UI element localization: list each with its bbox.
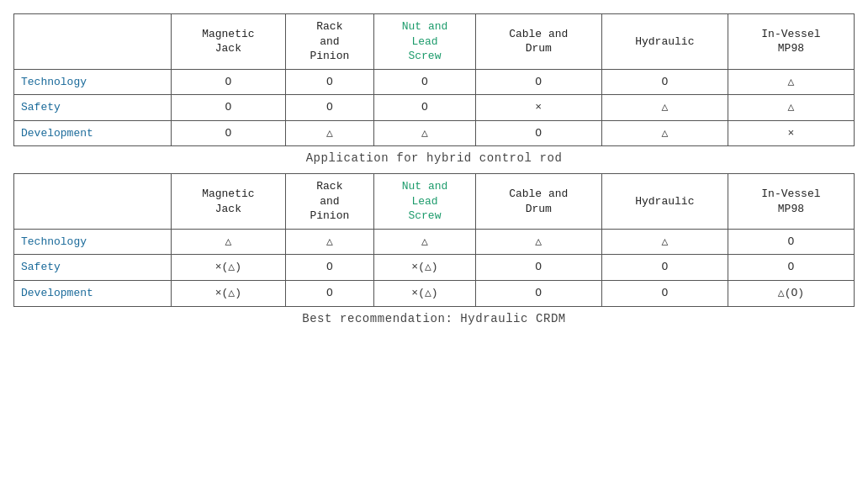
table1-safety-rack: O [285,95,374,121]
table2-col-magnetic-jack: MagneticJack [172,174,285,230]
table2-tech-rack: △ [285,229,374,255]
table2-dev-magnetic: ×(△) [172,281,285,307]
table-row: Technology O O O O O △ [14,69,855,95]
table-row: Safety ×(△) O ×(△) O O O [14,255,855,281]
table1-safety-hydraulic: △ [601,95,728,121]
table2-tech-magnetic: △ [172,229,285,255]
table2-dev-nut: ×(△) [374,281,476,307]
table1-col-magnetic-jack: MagneticJack [172,14,285,70]
table2-dev-hydraulic: O [601,281,728,307]
table-row: Development O △ △ O △ × [14,120,855,146]
table1-dev-rack: △ [285,120,374,146]
table-row: Technology △ △ △ △ △ O [14,229,855,255]
table1-col-invessel: In-VesselMP98 [728,14,854,70]
table1-section: MagneticJack RackandPinion Nut andLeadSc… [13,13,855,165]
table2-safety-invessel: O [728,255,854,281]
table2-safety-hydraulic: O [601,255,728,281]
table1-row-dev-label: Development [14,120,172,146]
table2-section: MagneticJack RackandPinion Nut andLeadSc… [13,173,855,325]
table2-caption: Best recommendation: Hydraulic CRDM [13,312,855,325]
table1-safety-cable: × [475,95,601,121]
table2-row-safety-label: Safety [14,255,172,281]
table2-safety-nut: ×(△) [374,255,476,281]
table2-col-invessel: In-VesselMP98 [728,174,854,230]
table1-caption: Application for hybrid control rod [13,151,855,165]
table2-tech-hydraulic: △ [601,229,728,255]
table1-col-empty [14,14,172,70]
table2-col-cable-drum: Cable andDrum [475,174,601,230]
table2-dev-rack: O [285,281,374,307]
table1-row-technology-label: Technology [14,69,172,95]
table2-row-technology-label: Technology [14,229,172,255]
table2-safety-magnetic: ×(△) [172,255,285,281]
table1-dev-hydraulic: △ [601,120,728,146]
table1-dev-nut: △ [374,120,476,146]
table1-col-hydraulic: Hydraulic [601,14,728,70]
table2-dev-invessel: △(O) [728,281,854,307]
table1-header-row: MagneticJack RackandPinion Nut andLeadSc… [14,14,855,70]
table1-col-rack-pinion: RackandPinion [285,14,374,70]
table1-tech-cable: O [475,69,601,95]
table2: MagneticJack RackandPinion Nut andLeadSc… [13,173,855,306]
table1-tech-hydraulic: O [601,69,728,95]
table2-tech-nut: △ [374,229,476,255]
table2-tech-invessel: O [728,229,854,255]
table-row: Development ×(△) O ×(△) O O △(O) [14,281,855,307]
table1-row-safety-label: Safety [14,95,172,121]
table1: MagneticJack RackandPinion Nut andLeadSc… [13,13,855,146]
table1-safety-nut: O [374,95,476,121]
table1-tech-nut: O [374,69,476,95]
table1-tech-rack: O [285,69,374,95]
table2-col-hydraulic: Hydraulic [601,174,728,230]
table-row: Safety O O O × △ △ [14,95,855,121]
table1-tech-invessel: △ [728,69,854,95]
table1-col-cable-drum: Cable andDrum [475,14,601,70]
table1-dev-cable: O [475,120,601,146]
table2-col-nut-lead: Nut andLeadScrew [374,174,476,230]
table1-safety-invessel: △ [728,95,854,121]
table1-dev-invessel: × [728,120,854,146]
table2-col-empty [14,174,172,230]
table2-safety-rack: O [285,255,374,281]
table2-header-row: MagneticJack RackandPinion Nut andLeadSc… [14,174,855,230]
table1-dev-magnetic: O [172,120,285,146]
table2-row-dev-label: Development [14,281,172,307]
table1-tech-magnetic: O [172,69,285,95]
table2-dev-cable: O [475,281,601,307]
table2-tech-cable: △ [475,229,601,255]
table1-col-nut-lead: Nut andLeadScrew [374,14,476,70]
table1-safety-magnetic: O [172,95,285,121]
table2-safety-cable: O [475,255,601,281]
table2-col-rack-pinion: RackandPinion [285,174,374,230]
